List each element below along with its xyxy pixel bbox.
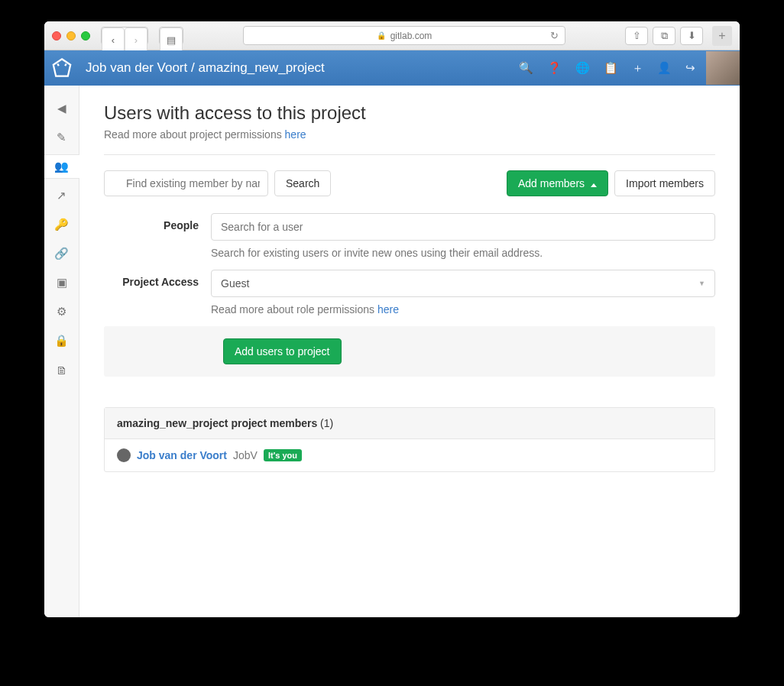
member-name[interactable]: Job van der Voort <box>137 449 227 461</box>
nav-back-forward: ‹ › <box>101 27 148 45</box>
reload-icon[interactable]: ↻ <box>550 30 559 41</box>
role-permissions-link[interactable]: here <box>377 303 399 315</box>
access-row: Project Access Guest ▼ Read more about r… <box>104 270 715 315</box>
app-body: ◀ ✎ 👥 ↗ 🔑 🔗 ▣ ⚙ 🔒 🗎 Users with access to… <box>44 86 740 617</box>
app: Job van der Voort / amazing_new_project … <box>44 50 740 617</box>
tabs-icon[interactable]: ⧉ <box>653 27 675 45</box>
main-content: Users with access to this project Read m… <box>79 86 740 617</box>
member-handle: JobV <box>233 449 258 461</box>
breadcrumb[interactable]: Job van der Voort / amazing_new_project <box>86 60 325 76</box>
svg-line-2 <box>65 63 66 66</box>
project-access-select[interactable]: Guest ▼ <box>211 270 715 297</box>
find-member-input[interactable] <box>104 170 268 196</box>
add-users-button[interactable]: Add users to project <box>223 338 342 364</box>
member-row: Job van der Voort JobV It's you <box>105 439 714 471</box>
people-search-input[interactable] <box>211 213 715 241</box>
member-search-wrap: 🔍 <box>104 170 268 196</box>
add-members-button[interactable]: Add members <box>507 170 608 196</box>
user-avatar[interactable] <box>706 51 740 85</box>
sidebar-item-members[interactable]: 👥 <box>44 154 79 179</box>
people-row: People Search for existing users or invi… <box>104 213 715 259</box>
sidebar-item-settings[interactable]: ⚙ <box>44 299 79 324</box>
sidebar-item-hooks[interactable]: 🔗 <box>44 241 79 266</box>
people-help: Search for existing users or invite new … <box>211 247 715 259</box>
browser-toolbar-right: ⇧ ⧉ ⬇ + <box>625 26 732 46</box>
address-bar[interactable]: 🔒 gitlab.com ↻ <box>243 26 565 45</box>
access-label: Project Access <box>104 270 211 315</box>
browser-titlebar: ‹ › ▤ 🔒 gitlab.com ↻ ⇧ ⧉ ⬇ + <box>44 21 740 50</box>
downloads-icon[interactable]: ⬇ <box>680 27 703 45</box>
project-access-value: Guest <box>221 277 249 290</box>
page-title: Users with access to this project <box>104 102 715 124</box>
divider <box>104 154 715 155</box>
sidebar-item-protected[interactable]: 🔒 <box>44 328 79 353</box>
gitlab-logo[interactable] <box>44 50 79 86</box>
svg-line-1 <box>57 63 58 66</box>
its-you-badge: It's you <box>264 449 302 461</box>
svg-marker-0 <box>53 59 70 76</box>
access-help: Read more about role permissions here <box>211 303 715 315</box>
permissions-help-link[interactable]: here <box>285 128 306 141</box>
url-host: gitlab.com <box>390 31 432 41</box>
sidebar-item-deploy[interactable]: ↗ <box>44 183 79 208</box>
forward-button[interactable]: › <box>125 28 147 53</box>
explore-globe-icon[interactable]: 🌐 <box>575 61 590 75</box>
members-box: amazing_new_project project members (1) … <box>104 407 715 472</box>
app-header: Job van der Voort / amazing_new_project … <box>44 50 740 86</box>
share-icon[interactable]: ⇧ <box>625 27 648 45</box>
close-window-icon[interactable] <box>52 31 61 40</box>
help-icon[interactable]: ❓ <box>547 61 562 75</box>
submit-row: Add users to project <box>104 326 715 377</box>
project-sidebar: ◀ ✎ 👥 ↗ 🔑 🔗 ▣ ⚙ 🔒 🗎 <box>44 86 79 617</box>
tab-overview-button[interactable]: ▤ <box>159 27 183 45</box>
sidebar-item-edit[interactable]: ✎ <box>44 125 79 150</box>
people-label: People <box>104 213 211 259</box>
sidebar-item-git[interactable]: ▣ <box>44 270 79 295</box>
browser-window: ‹ › ▤ 🔒 gitlab.com ↻ ⇧ ⧉ ⬇ + Job van der… <box>44 21 740 617</box>
chevron-down-icon: ▼ <box>698 280 705 287</box>
page-subtext: Read more about project permissions here <box>104 128 715 141</box>
member-search-row: 🔍 Search Add members Import members <box>104 170 715 196</box>
user-icon[interactable]: 👤 <box>657 61 672 75</box>
member-avatar <box>117 448 131 462</box>
import-members-button[interactable]: Import members <box>614 170 715 196</box>
minimize-window-icon[interactable] <box>66 31 76 40</box>
lock-icon: 🔒 <box>377 31 386 40</box>
new-tab-button[interactable]: + <box>712 26 732 46</box>
header-actions: 🔍 ❓ 🌐 📋 ＋ 👤 ↪ <box>519 61 703 76</box>
sign-out-icon[interactable]: ↪ <box>685 61 695 75</box>
breadcrumb-project[interactable]: amazing_new_project <box>198 60 324 75</box>
search-button[interactable]: Search <box>274 170 331 196</box>
sidebar-item-back[interactable]: ◀ <box>44 96 79 121</box>
members-header: amazing_new_project project members (1) <box>105 408 714 439</box>
maximize-window-icon[interactable] <box>81 31 90 40</box>
panel-icon: ▤ <box>160 28 183 53</box>
breadcrumb-owner[interactable]: Job van der Voort <box>86 60 187 75</box>
search-icon[interactable]: 🔍 <box>519 61 533 75</box>
chevron-up-icon <box>589 177 597 189</box>
sidebar-item-pages[interactable]: 🗎 <box>44 358 79 382</box>
new-plus-icon[interactable]: ＋ <box>632 61 643 76</box>
todos-icon[interactable]: 📋 <box>604 61 618 75</box>
back-button[interactable]: ‹ <box>102 28 125 53</box>
window-controls <box>52 31 90 40</box>
sidebar-item-keys[interactable]: 🔑 <box>44 212 79 237</box>
